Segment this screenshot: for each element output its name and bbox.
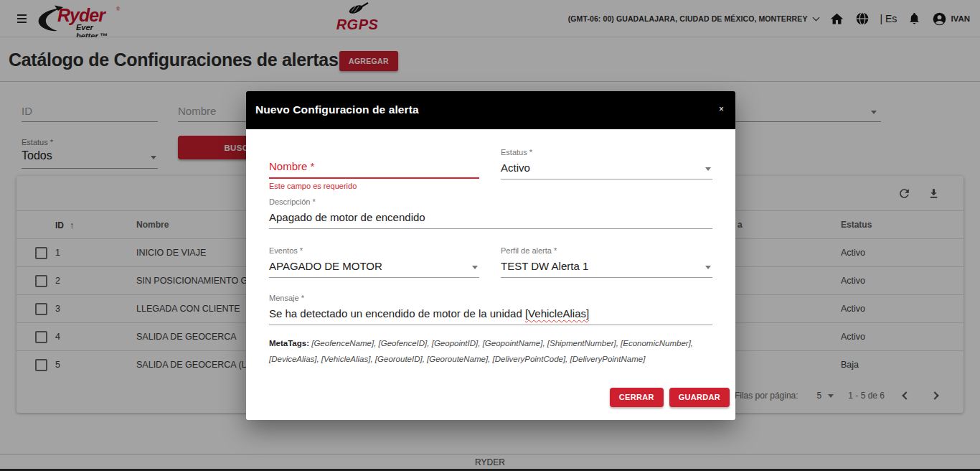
estatus-field-label: Estatus * [501, 148, 712, 157]
close-icon[interactable]: × [719, 104, 724, 114]
estatus-select-value: Activo [501, 162, 530, 174]
descripcion-field-value: Apagado de motor de encendido [269, 211, 425, 223]
metatags-label: MetaTags: [269, 339, 309, 348]
modal-header: Nuevo Configuracion de alerta × [246, 91, 735, 129]
modal-body: Nombre * Este campo es requerido Estatus… [246, 129, 735, 420]
cerrar-button[interactable]: CERRAR [610, 388, 664, 407]
nombre-field-label: Nombre * [269, 160, 314, 172]
estatus-select[interactable]: Activo [501, 160, 712, 179]
metatags-help-text: MetaTags: [GeofenceName], [GeofenceID], … [269, 335, 712, 368]
eventos-select[interactable]: APAGADO DE MOTOR [269, 258, 479, 278]
eventos-select-value: APAGADO DE MOTOR [269, 260, 382, 272]
dropdown-caret-icon [705, 266, 711, 269]
perfil-select-value: TEST DW Alerta 1 [501, 260, 588, 272]
metatags-list: [GeofenceName], [GeofenceID], [GeopointI… [269, 339, 693, 363]
modal-actions: CERRAR GUARDAR [269, 388, 730, 407]
nombre-field[interactable]: Nombre * [269, 148, 479, 179]
descripcion-field[interactable]: Apagado de motor de encendido [269, 210, 712, 229]
modal-title: Nuevo Configuracion de alerta [255, 103, 419, 116]
mensaje-metatag-token: [VehicleAlias] [525, 307, 589, 320]
dropdown-caret-icon [472, 266, 478, 269]
eventos-field-label: Eventos * [269, 246, 479, 255]
mensaje-field-label: Mensaje * [269, 294, 712, 302]
mensaje-field-value: Se ha detectado un encendido de motor de… [269, 307, 525, 320]
new-alert-config-modal: Nuevo Configuracion de alerta × Nombre *… [246, 91, 735, 420]
perfil-select[interactable]: TEST DW Alerta 1 [501, 258, 712, 278]
dropdown-caret-icon [705, 167, 711, 171]
descripcion-field-label: Descripción * [269, 197, 712, 206]
mensaje-field[interactable]: Se ha detectado un encendido de motor de… [269, 306, 712, 325]
perfil-field-label: Perfil de alerta * [501, 246, 712, 255]
app-window: Ryder ® Ever better.™ RGPS (GMT-06: 00) … [0, 0, 980, 471]
nombre-field-error: Este campo es requerido [269, 182, 479, 190]
guardar-button[interactable]: GUARDAR [669, 388, 730, 407]
